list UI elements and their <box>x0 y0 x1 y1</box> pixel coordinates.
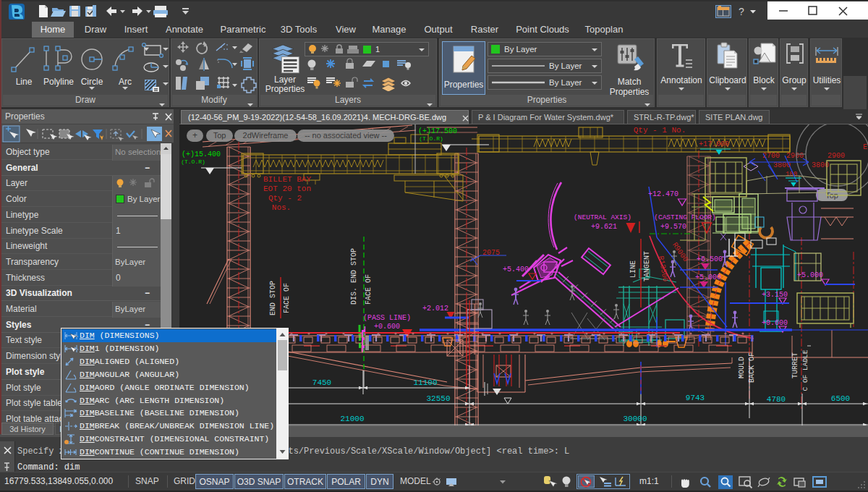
svg-text:+5.000: +5.000 <box>695 273 721 281</box>
svg-text:+9.621: +9.621 <box>591 223 617 231</box>
svg-text:2900: 2900 <box>827 152 845 160</box>
svg-text:21000: 21000 <box>340 415 364 423</box>
svg-text:6500: 6500 <box>831 394 850 403</box>
svg-text:TURRET: TURRET <box>791 352 799 378</box>
svg-text:7450: 7450 <box>312 378 331 387</box>
svg-text:+5.000: +5.000 <box>797 271 823 279</box>
svg-text:(+)15.400: (+)15.400 <box>182 150 221 158</box>
svg-text:FACE OF: FACE OF <box>283 283 291 313</box>
svg-text:+17.000: +17.000 <box>699 140 729 148</box>
svg-text:1: 1 <box>375 45 380 54</box>
svg-text:9743: 9743 <box>686 394 705 402</box>
svg-text:TANGENT: TANGENT <box>643 251 651 281</box>
svg-text:By Layer: By Layer <box>504 45 537 54</box>
svg-text:Nos.: Nos. <box>272 203 291 212</box>
svg-text:30000: 30000 <box>623 415 647 423</box>
svg-text:Qty - 1 No.: Qty - 1 No. <box>634 126 686 135</box>
svg-text:E: E <box>863 143 867 151</box>
svg-text:BILLET BAY: BILLET BAY <box>263 175 311 184</box>
svg-text:(NEUTRAL AXIS): (NEUTRAL AXIS) <box>574 213 631 221</box>
svg-text:+5.400: +5.400 <box>503 266 529 273</box>
svg-text:By Layer: By Layer <box>549 78 582 87</box>
svg-text:?: ? <box>739 6 744 17</box>
svg-text:+0.600: +0.600 <box>762 319 788 327</box>
svg-text:+9.570: +9.570 <box>660 223 686 231</box>
svg-text:C OF LADLE: C OF LADLE <box>801 349 809 391</box>
svg-text:+0.600: +0.600 <box>374 323 400 331</box>
svg-text:DIS. END STOP: DIS. END STOP <box>350 248 358 305</box>
svg-text:32550: 32550 <box>426 394 450 403</box>
svg-text:+3.150: +3.150 <box>762 291 788 299</box>
svg-text:(CASTING FLOOR): (CASTING FLOOR) <box>654 213 716 221</box>
svg-text:By Layer: By Layer <box>549 62 582 70</box>
svg-text:LINE: LINE <box>629 260 637 278</box>
svg-text:EOT 20 ton: EOT 20 ton <box>263 184 311 193</box>
svg-text:+6.500: +6.500 <box>697 255 723 263</box>
svg-text:4780: 4780 <box>767 395 786 404</box>
svg-text:END STOP: END STOP <box>269 281 277 315</box>
svg-text:+12.470: +12.470 <box>648 190 678 198</box>
svg-text:(T.O.R): (T.O.R) <box>419 135 443 142</box>
svg-text:(T.O.R): (T.O.R) <box>181 158 205 165</box>
svg-text:BACK OF: BACK OF <box>748 352 756 383</box>
svg-text:Qty - 2: Qty - 2 <box>268 194 302 203</box>
svg-text:MOULD: MOULD <box>738 357 746 378</box>
svg-text:FACE OF: FACE OF <box>365 274 373 305</box>
svg-text:(PASS LINE): (PASS LINE) <box>363 314 411 322</box>
svg-text:(+)17.500: (+)17.500 <box>418 127 457 135</box>
svg-text:+2.012: +2.012 <box>422 305 448 313</box>
svg-text:11100: 11100 <box>413 378 437 387</box>
svg-text:2900: 2900 <box>786 152 804 160</box>
svg-text:100: 100 <box>786 171 797 178</box>
